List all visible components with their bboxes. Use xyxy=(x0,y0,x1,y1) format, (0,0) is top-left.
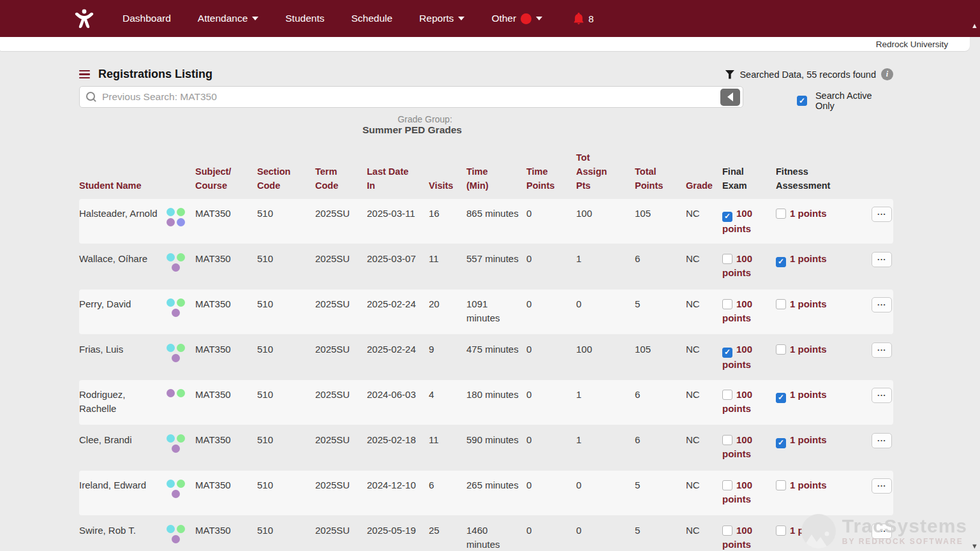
green-dot-icon xyxy=(177,480,185,488)
final-exam-checkbox[interactable] xyxy=(722,435,732,445)
table-body: Halsteader, ArnoldMAT3505102025SU2025-03… xyxy=(79,199,893,551)
search-input[interactable] xyxy=(102,91,720,103)
notification-count: 8 xyxy=(588,13,593,24)
subject-course: MAT350 xyxy=(195,207,257,244)
final-exam: 100 points xyxy=(722,524,776,551)
final-exam-checkbox[interactable] xyxy=(722,525,732,536)
term-code: 2025SU xyxy=(315,433,367,470)
filter-icon xyxy=(725,70,734,79)
total-points: 105 xyxy=(635,342,686,379)
term-code: 2025SU xyxy=(315,297,367,334)
tot-assign-pts: 0 xyxy=(576,478,635,515)
more-options-button[interactable]: ... xyxy=(872,252,892,267)
time-min: 265 minutes xyxy=(466,478,526,515)
fitness-assessment-checkbox[interactable] xyxy=(776,344,786,355)
fitness-assessment-checkbox[interactable] xyxy=(776,480,786,490)
time-min: 557 minutes xyxy=(466,252,526,289)
registrations-table: Student NameSubject/ CourseSection CodeT… xyxy=(79,151,893,551)
nav-item-label: Attendance xyxy=(198,13,248,24)
final-exam-checkbox[interactable] xyxy=(722,480,732,490)
purple-dot-icon xyxy=(167,389,175,397)
green-dot-icon xyxy=(177,208,185,216)
notifications[interactable]: 8 xyxy=(572,11,593,26)
nav-item-attendance[interactable]: Attendance xyxy=(198,13,258,24)
main-content: Registrations Listing Searched Data, 55 … xyxy=(79,68,893,551)
search-active-only[interactable]: ✓ Search Active Only xyxy=(797,91,893,111)
nav-item-other[interactable]: Other xyxy=(491,13,542,24)
fitness-assessment-checkbox[interactable] xyxy=(776,525,786,536)
nav-item-label: Students xyxy=(285,13,324,24)
subject-course: MAT350 xyxy=(195,297,257,334)
status-dots xyxy=(163,252,188,289)
time-points: 0 xyxy=(526,524,576,551)
student-name: Frias, Luis xyxy=(79,342,163,379)
fitness-assessment-checkbox[interactable] xyxy=(776,299,786,309)
nav-item-reports[interactable]: Reports xyxy=(419,13,464,24)
menu-hamburger-icon[interactable] xyxy=(79,70,90,79)
table-row: Swire, Rob T.MAT3505102025SU2025-05-1925… xyxy=(79,516,893,551)
chevron-down-icon xyxy=(252,17,258,20)
student-name: Swire, Rob T. xyxy=(79,524,163,551)
more-options-button[interactable]: ... xyxy=(872,433,892,448)
student-name: Ireland, Edward xyxy=(79,478,163,515)
total-points: 6 xyxy=(635,252,686,289)
scrollbar-up-arrow[interactable]: ▲ xyxy=(971,22,978,29)
row-actions: ... xyxy=(864,207,893,244)
last-date-in: 2025-03-07 xyxy=(367,252,429,289)
info-icon[interactable]: i xyxy=(881,68,893,80)
final-exam-checkbox[interactable] xyxy=(722,254,732,264)
term-code: 2025SU xyxy=(315,524,367,551)
more-options-button[interactable]: ... xyxy=(872,342,892,358)
cyan-dot-icon xyxy=(167,208,175,216)
fitness-assessment-label: 1 points xyxy=(790,389,827,400)
section-code: 510 xyxy=(257,342,315,379)
more-options-button[interactable]: ... xyxy=(872,297,892,312)
grade: NC xyxy=(686,388,722,425)
final-exam-checkbox[interactable] xyxy=(722,299,732,309)
total-points: 6 xyxy=(635,433,686,470)
time-points: 0 xyxy=(526,388,576,425)
fitness-assessment-label: 1 points xyxy=(790,480,827,490)
more-options-button[interactable]: ... xyxy=(872,207,892,222)
final-exam-checkbox[interactable]: ✓ xyxy=(722,348,732,358)
grade-group-label: Grade Group: xyxy=(105,114,745,124)
fitness-assessment-checkbox[interactable]: ✓ xyxy=(776,257,786,267)
search-back-button[interactable] xyxy=(720,89,740,106)
search-active-only-checkbox[interactable]: ✓ xyxy=(797,96,807,106)
final-exam-checkbox[interactable] xyxy=(722,390,732,400)
more-options-button[interactable]: ... xyxy=(872,478,892,494)
time-min: 475 minutes xyxy=(466,342,526,379)
nav-item-schedule[interactable]: Schedule xyxy=(351,13,392,24)
green-dot-icon xyxy=(177,344,185,352)
final-exam: 100 points xyxy=(722,388,776,425)
time-points: 0 xyxy=(526,297,576,334)
nav-item-dashboard[interactable]: Dashboard xyxy=(122,13,171,24)
scrollbar-down-arrow[interactable]: ▼ xyxy=(971,542,978,550)
time-min: 590 minutes xyxy=(466,433,526,470)
fitness-assessment-label: 1 points xyxy=(790,298,827,309)
grade: NC xyxy=(686,297,722,334)
grade: NC xyxy=(686,524,722,551)
time-min: 1091 minutes xyxy=(466,297,526,334)
final-exam-checkbox[interactable]: ✓ xyxy=(722,212,732,222)
more-options-button[interactable]: ... xyxy=(872,388,892,403)
term-code: 2025SU xyxy=(315,207,367,244)
column-header-time: Time (Min) xyxy=(466,165,526,193)
total-points: 105 xyxy=(635,207,686,244)
redrock-logo-icon[interactable] xyxy=(71,6,97,31)
student-name: Wallace, Oíhare xyxy=(79,252,163,289)
purple-dot-icon xyxy=(172,444,180,453)
column-header-grade: Grade xyxy=(686,179,722,193)
column-header-final: Final Exam xyxy=(722,165,776,193)
back-triangle-icon xyxy=(727,92,733,101)
fitness-assessment-checkbox[interactable]: ✓ xyxy=(776,393,786,403)
fitness-assessment-checkbox[interactable]: ✓ xyxy=(776,438,786,448)
green-dot-icon xyxy=(177,298,185,307)
fitness-assessment-checkbox[interactable] xyxy=(776,209,786,219)
status-dots xyxy=(163,524,188,551)
purple-dot-icon xyxy=(172,263,180,272)
student-name: Rodriguez, Rachelle xyxy=(79,388,163,425)
nav-item-students[interactable]: Students xyxy=(285,13,324,24)
periwinkle-dot-icon xyxy=(177,218,185,226)
more-options-button[interactable]: ... xyxy=(872,524,892,539)
